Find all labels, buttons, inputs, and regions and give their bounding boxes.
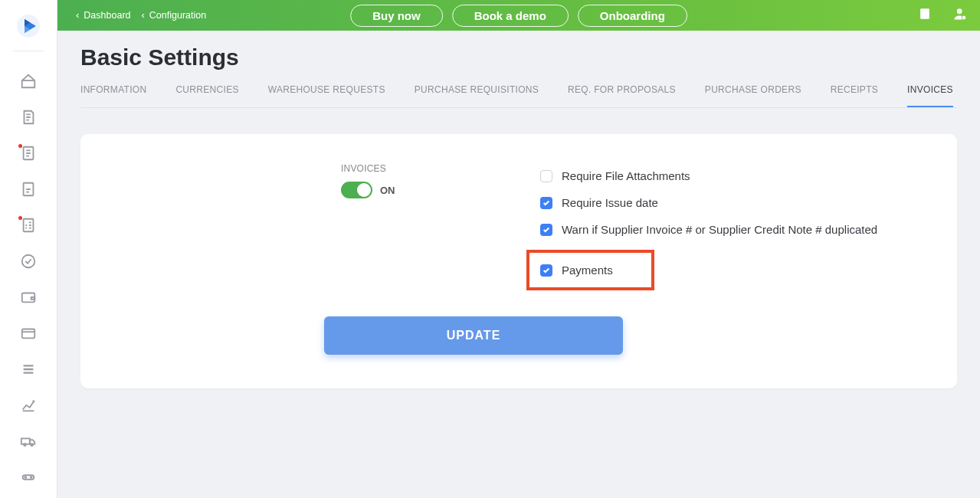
app-logo[interactable] [16,14,41,38]
svg-rect-13 [920,8,929,18]
tab-receipts[interactable]: RECEIPTS [831,84,878,107]
server-icon[interactable] [13,462,44,492]
doc-list-icon[interactable] [13,139,44,169]
toggle-column: INVOICES ON [111,163,464,290]
tab-purchase-requisitions[interactable]: PURCHASE REQUISITIONS [415,84,539,107]
check-warn-duplicate: Warn if Supplier Invoice # or Supplier C… [540,223,877,236]
check-require-attachments: Require File Attachments [540,169,877,182]
tabs: INFORMATION CURRENCIES WAREHOUSE REQUEST… [80,84,957,108]
content: Basic Settings INFORMATION CURRENCIES WA… [57,31,980,411]
tab-req-for-proposals[interactable]: REQ. FOR PROPOSALS [568,84,676,107]
breadcrumb: ‹Dashboard ‹Configuration [76,10,206,21]
tab-invoices[interactable]: INVOICES [907,84,953,107]
home-icon[interactable] [13,67,44,97]
approve-icon[interactable] [13,247,44,277]
checkbox[interactable] [540,224,552,236]
checkbox-label: Payments [562,264,613,277]
tab-currencies[interactable]: CURRENCIES [175,84,238,107]
tab-warehouse-requests[interactable]: WAREHOUSE REQUESTS [268,84,385,107]
top-center-buttons: Buy now Book a demo Onboarding [350,5,687,27]
svg-point-4 [22,255,35,268]
lines-icon[interactable] [13,354,44,384]
truck-icon[interactable] [13,426,44,456]
invoices-toggle[interactable] [341,182,372,198]
svg-point-11 [25,477,26,478]
buy-now-button[interactable]: Buy now [350,5,443,27]
section-label: INVOICES [341,163,464,174]
onboarding-button[interactable]: Onboarding [578,5,687,27]
checkbox-label: Require Issue date [562,196,658,209]
update-button[interactable]: UPDATE [324,316,623,355]
wallet-icon[interactable] [13,283,44,313]
breadcrumb-label: Configuration [149,10,206,21]
doc-plain-icon[interactable] [13,175,44,205]
check-require-issue-date: Require Issue date [540,196,877,209]
book-demo-button[interactable]: Book a demo [452,5,569,27]
book-icon[interactable] [917,6,932,25]
chevron-left-icon: ‹ [76,9,79,21]
svg-point-12 [31,477,32,478]
svg-point-14 [957,8,962,14]
topbar: ‹Dashboard ‹Configuration Buy now Book a… [57,0,980,31]
check-payments: Payments [540,264,613,277]
checkbox[interactable] [540,197,552,209]
checkbox[interactable] [540,264,552,277]
page-title: Basic Settings [80,44,957,70]
doc-request-icon[interactable] [13,103,44,133]
sidebar [0,0,57,498]
checks-column: Require File Attachments Require Issue d… [540,163,877,290]
svg-rect-6 [22,329,35,338]
chart-icon[interactable] [13,390,44,420]
checkbox-label: Warn if Supplier Invoice # or Supplier C… [562,223,877,236]
user-settings-icon[interactable] [952,6,968,25]
breadcrumb-label: Dashboard [84,10,130,21]
toggle-state-label: ON [380,185,395,196]
tab-purchase-orders[interactable]: PURCHASE ORDERS [705,84,801,107]
payments-highlight: Payments [526,250,654,290]
checkbox[interactable] [540,170,552,182]
checkbox-label: Require File Attachments [562,169,690,182]
breadcrumb-dashboard[interactable]: ‹Dashboard [76,10,131,21]
topbar-right [917,6,968,25]
tab-information[interactable]: INFORMATION [80,84,146,107]
svg-point-15 [962,15,966,20]
svg-rect-3 [24,219,34,232]
divider [13,51,44,51]
chevron-left-icon: ‹ [142,9,145,21]
card-icon[interactable] [13,318,44,348]
settings-card: INVOICES ON Require File Attachments Req… [80,134,957,388]
breadcrumb-configuration[interactable]: ‹Configuration [142,10,207,21]
main-area: ‹Dashboard ‹Configuration Buy now Book a… [57,0,980,498]
doc-check-icon[interactable] [13,211,44,241]
